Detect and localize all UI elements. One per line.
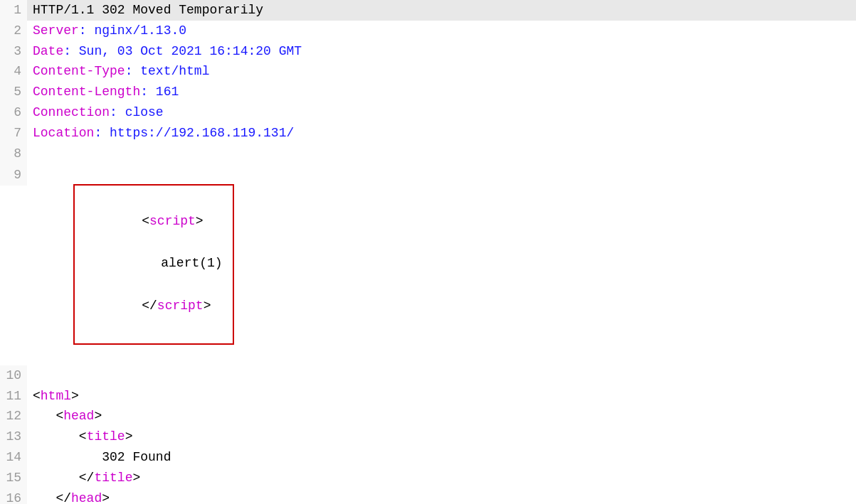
keyword-span: Location <box>33 126 94 140</box>
line-number-6: 6 <box>0 102 27 123</box>
line-content-3: Date: Sun, 03 Oct 2021 16:14:20 GMT <box>27 41 856 62</box>
line-number-13: 13 <box>0 427 27 447</box>
line-content-8 <box>27 144 856 164</box>
code-line-14: 14 302 Found <box>0 447 856 468</box>
line-content-7: Location: https://192.168.119.131/ <box>27 123 856 144</box>
keyword-span: Connection <box>33 105 110 119</box>
code-line-12: 12 <head> <box>0 406 856 427</box>
line-content-4: Content-Type: text/html <box>27 61 856 82</box>
line-number-7: 7 <box>0 123 27 144</box>
line-content-13: <title> <box>27 427 856 447</box>
line-number-1: 1 <box>0 0 27 21</box>
line-number-4: 4 <box>0 61 27 82</box>
value-span: : 161 <box>140 85 179 99</box>
script-close-tag: </script> <box>142 299 211 313</box>
line-content-9-block: <script> alert(1) </script> <box>27 163 856 365</box>
line-content-14: 302 Found <box>27 447 856 468</box>
line-number-14: 14 <box>0 447 27 468</box>
code-line-13: 13 <title> <box>0 427 856 447</box>
line-number-15: 15 <box>0 468 27 488</box>
line-number-16: 16 <box>0 488 27 504</box>
code-line-3: 3 Date: Sun, 03 Oct 2021 16:14:20 GMT <box>0 41 856 62</box>
line-number-8: 8 <box>0 144 27 164</box>
line-content-16: </head> <box>27 488 856 504</box>
code-line-7: 7 Location: https://192.168.119.131/ <box>0 123 856 144</box>
script-open-tag: <script> <box>142 214 203 228</box>
line-content-2: Server: nginx/1.13.0 <box>27 21 856 41</box>
value-span: : https://192.168.119.131/ <box>94 126 294 140</box>
line-content-11: <html> <box>27 386 856 407</box>
highlight-box: <script> alert(1) </script> <box>73 184 234 345</box>
line-content-6: Connection: close <box>27 102 856 123</box>
value-span: : close <box>110 105 164 119</box>
code-line-9-block: 9 <script> alert(1) </script> <box>0 163 856 365</box>
line-content-5: Content-Length: 161 <box>27 82 856 102</box>
line-number-10: 10 <box>0 365 27 386</box>
alert-line: alert(1) <box>142 253 222 274</box>
code-line-5: 5 Content-Length: 161 <box>0 82 856 102</box>
line-number-12: 12 <box>0 406 27 427</box>
value-span: : Sun, 03 Oct 2021 16:14:20 GMT <box>63 44 302 58</box>
value-span: : nginx/1.13.0 <box>79 23 186 38</box>
code-line-11: 11 <html> <box>0 386 856 407</box>
code-line-16: 16 </head> <box>0 488 856 504</box>
code-line-4: 4 Content-Type: text/html <box>0 61 856 82</box>
line-content-12: <head> <box>27 406 856 427</box>
line-content-15: </title> <box>27 468 856 488</box>
code-line-15: 15 </title> <box>0 468 856 488</box>
line-number-9: 9 <box>0 163 27 186</box>
line-number-3: 3 <box>0 41 27 62</box>
code-line-8: 8 <box>0 144 856 164</box>
code-line-1: 1 HTTP/1.1 302 Moved Temporarily <box>0 0 856 21</box>
line-number-11: 11 <box>0 386 27 407</box>
code-viewer: 1 HTTP/1.1 302 Moved Temporarily 2 Serve… <box>0 0 856 504</box>
keyword-span: Server <box>33 23 79 38</box>
keyword-span: Content-Length <box>33 85 140 99</box>
line-number-5: 5 <box>0 82 27 102</box>
keyword-span: Date <box>33 44 63 58</box>
keyword-span: Content-Type <box>33 64 125 78</box>
code-line-6: 6 Connection: close <box>0 102 856 123</box>
line-content-1: HTTP/1.1 302 Moved Temporarily <box>27 0 856 21</box>
line-content-10 <box>27 365 856 386</box>
value-span: : text/html <box>125 64 210 78</box>
code-line-2: 2 Server: nginx/1.13.0 <box>0 21 856 41</box>
code-line-10: 10 <box>0 365 856 386</box>
line-number-2: 2 <box>0 21 27 41</box>
